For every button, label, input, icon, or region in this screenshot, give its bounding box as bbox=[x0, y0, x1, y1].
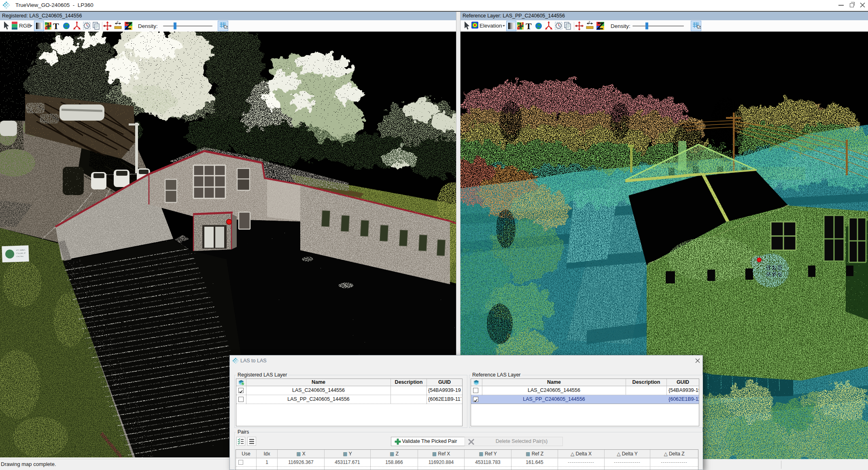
svg-text:RGB: RGB bbox=[19, 23, 31, 29]
svg-text:Density:: Density: bbox=[138, 23, 158, 29]
svg-text:2: 2 bbox=[117, 21, 119, 23]
svg-text:T: T bbox=[526, 21, 532, 31]
svg-text:T: T bbox=[53, 21, 59, 31]
svg-text:Density:: Density: bbox=[611, 23, 630, 29]
svg-text:2: 2 bbox=[589, 21, 590, 23]
svg-text:Elevation: Elevation bbox=[480, 23, 502, 29]
